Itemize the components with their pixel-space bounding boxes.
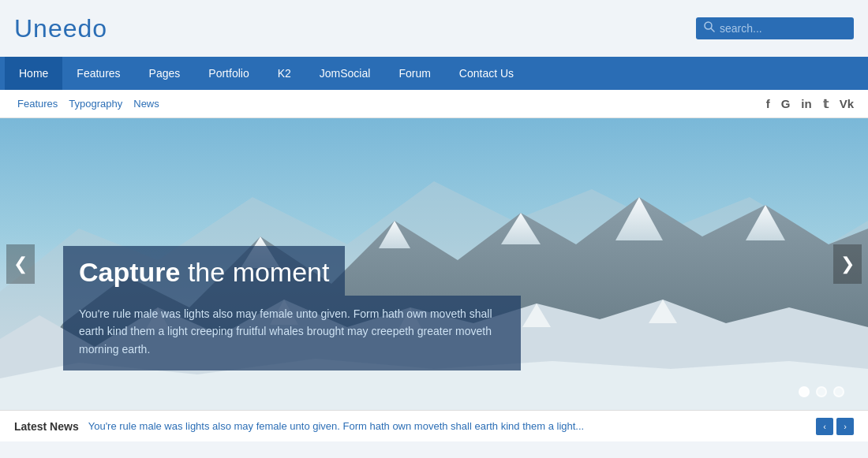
- nav-item-k2[interactable]: K2: [264, 57, 305, 90]
- slider-title-box: Capture the moment: [63, 246, 345, 296]
- nav-item-jomsocial[interactable]: JomSocial: [305, 57, 385, 90]
- site-logo: Uneedo: [14, 14, 107, 43]
- slider-next-arrow[interactable]: ❯: [833, 244, 862, 284]
- subnav-links: FeaturesTypographyNews: [14, 96, 163, 111]
- slider-desc-box: You're rule male was lights also may fem…: [63, 296, 521, 370]
- vk-icon[interactable]: Vk: [840, 97, 854, 110]
- header: Uneedo: [0, 0, 868, 57]
- news-next-button[interactable]: ›: [836, 418, 854, 435]
- slider-description: You're rule male was lights also may fem…: [79, 305, 505, 358]
- slide-dot-2[interactable]: [816, 386, 827, 397]
- nav-item-portfolio[interactable]: Portfolio: [194, 57, 263, 90]
- slider-content: Capture the moment You're rule male was …: [63, 246, 521, 370]
- slider-title-rest: the moment: [180, 257, 329, 287]
- svg-line-1: [711, 28, 714, 32]
- slider-title-bold: Capture: [79, 257, 180, 287]
- twitter-icon[interactable]: 𝕥: [823, 97, 829, 111]
- nav-item-pages[interactable]: Pages: [135, 57, 195, 90]
- search-bar[interactable]: [696, 17, 854, 39]
- search-input[interactable]: [720, 22, 846, 35]
- nav-item-home[interactable]: Home: [5, 57, 62, 90]
- slider-prev-arrow[interactable]: ❮: [6, 244, 35, 284]
- facebook-icon[interactable]: f: [766, 97, 770, 110]
- nav-item-forum[interactable]: Forum: [384, 57, 444, 90]
- nav-item-features[interactable]: Features: [62, 57, 134, 90]
- slider-dots: [799, 386, 844, 397]
- slider-title: Capture the moment: [79, 257, 329, 288]
- linkedin-icon[interactable]: in: [801, 97, 811, 110]
- latest-news-text: You're rule male was lights also may fem…: [88, 420, 806, 432]
- news-prev-button[interactable]: ‹: [816, 418, 833, 435]
- search-icon: [704, 21, 715, 35]
- slide-dot-1[interactable]: [799, 386, 810, 397]
- hero-slider: Capture the moment You're rule male was …: [0, 118, 868, 410]
- latest-news-label: Latest News: [14, 420, 79, 433]
- news-nav: ‹ ›: [816, 418, 854, 435]
- sub-nav: FeaturesTypographyNews f G in 𝕥 Vk: [0, 90, 868, 118]
- google-icon[interactable]: G: [781, 97, 791, 110]
- bottom-news-bar: Latest News You're rule male was lights …: [0, 410, 868, 441]
- slide-dot-3[interactable]: [833, 386, 844, 397]
- subnav-link-typography[interactable]: Typography: [65, 96, 125, 111]
- subnav-link-news[interactable]: News: [130, 96, 163, 111]
- social-icons: f G in 𝕥 Vk: [766, 97, 854, 111]
- subnav-link-features[interactable]: Features: [14, 96, 61, 111]
- nav-item-contact-us[interactable]: Contact Us: [445, 57, 528, 90]
- main-nav: HomeFeaturesPagesPortfolioK2JomSocialFor…: [0, 57, 868, 90]
